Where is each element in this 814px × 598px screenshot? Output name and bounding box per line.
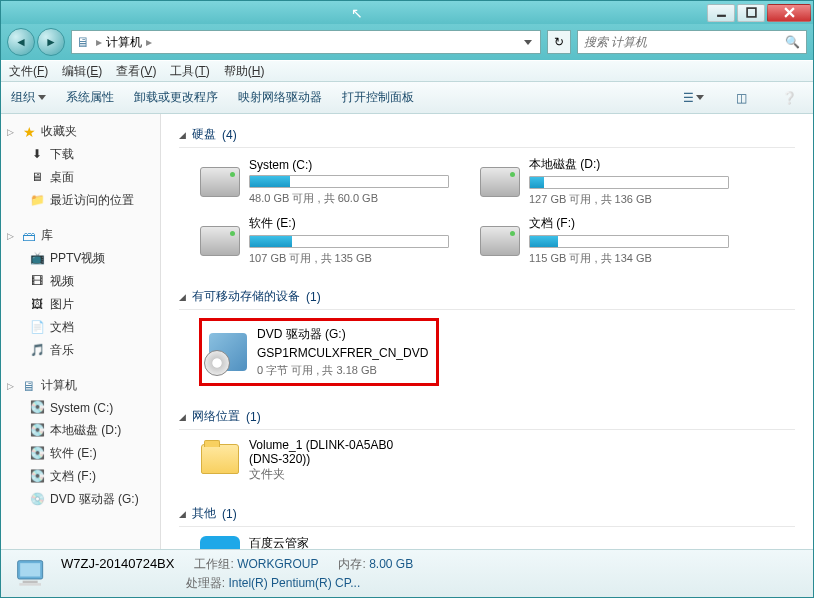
breadcrumb[interactable]: 计算机 bbox=[106, 34, 142, 51]
maximize-button[interactable] bbox=[737, 4, 765, 22]
content-pane: ◢硬盘 (4) System (C:) 48.0 GB 可用 , 共 60.0 … bbox=[161, 114, 813, 549]
drive-status: 115 GB 可用 , 共 134 GB bbox=[529, 251, 729, 266]
sidebar-item-drive-f[interactable]: 💽文档 (F:) bbox=[1, 465, 160, 488]
folder-icon: 📁 bbox=[29, 193, 45, 209]
explorer-window: ↖ ◄ ► 🖥 ▸ 计算机 ▸ ↻ 🔍 文件(F) 编辑(E) 查看(V) 工具… bbox=[0, 0, 814, 598]
net-name2: (DNS-320)) bbox=[249, 452, 393, 466]
sidebar: ▷★收藏夹 ⬇下载 🖥桌面 📁最近访问的位置 ▷🗃库 📺PPTV视频 🎞视频 🖼… bbox=[1, 114, 161, 549]
menu-file[interactable]: 文件(F) bbox=[9, 63, 48, 80]
sidebar-item-label: PPTV视频 bbox=[50, 250, 105, 267]
sidebar-item-drive-d[interactable]: 💽本地磁盘 (D:) bbox=[1, 419, 160, 442]
network-location[interactable]: Volume_1 (DLINK-0A5AB0 (DNS-320)) 文件夹 bbox=[179, 430, 795, 491]
main-area: ▷★收藏夹 ⬇下载 🖥桌面 📁最近访问的位置 ▷🗃库 📺PPTV视频 🎞视频 🖼… bbox=[1, 114, 813, 549]
drive-f[interactable]: 文档 (F:) 115 GB 可用 , 共 134 GB bbox=[479, 215, 729, 266]
organize-button[interactable]: 组织 bbox=[11, 89, 46, 106]
help-button[interactable]: ❔ bbox=[775, 87, 803, 109]
menu-edit[interactable]: 编辑(E) bbox=[62, 63, 102, 80]
sidebar-libraries-head[interactable]: ▷🗃库 bbox=[1, 224, 160, 247]
pc-name: W7ZJ-20140724BX bbox=[61, 556, 174, 573]
back-button[interactable]: ◄ bbox=[7, 28, 35, 56]
document-icon: 📄 bbox=[29, 320, 45, 336]
computer-icon: 🖥 bbox=[76, 34, 92, 50]
sidebar-item-pptv[interactable]: 📺PPTV视频 bbox=[1, 247, 160, 270]
forward-button[interactable]: ► bbox=[37, 28, 65, 56]
sidebar-item-drive-g[interactable]: 💿DVD 驱动器 (G:) bbox=[1, 488, 160, 511]
sidebar-item-label: 文档 (F:) bbox=[50, 468, 96, 485]
drive-g-dvd[interactable]: DVD 驱动器 (G:) GSP1RMCULXFRER_CN_DVD 0 字节 … bbox=[199, 318, 439, 386]
hard-disk-icon bbox=[200, 226, 240, 256]
svg-rect-6 bbox=[23, 580, 38, 583]
cpu-value: Intel(R) Pentium(R) CP... bbox=[228, 576, 360, 590]
section-hdd-head[interactable]: ◢硬盘 (4) bbox=[179, 122, 795, 148]
dvd-drive-icon bbox=[209, 333, 247, 371]
toolbar: 组织 系统属性 卸载或更改程序 映射网络驱动器 打开控制面板 ☰ ◫ ❔ bbox=[1, 82, 813, 114]
drive-d[interactable]: 本地磁盘 (D:) 127 GB 可用 , 共 136 GB bbox=[479, 156, 729, 207]
sidebar-favorites-head[interactable]: ▷★收藏夹 bbox=[1, 120, 160, 143]
drive-status: 48.0 GB 可用 , 共 60.0 GB bbox=[249, 191, 449, 206]
net-type: 文件夹 bbox=[249, 466, 393, 483]
minimize-button[interactable] bbox=[707, 4, 735, 22]
view-options-button[interactable]: ☰ bbox=[679, 87, 707, 109]
sidebar-item-recent[interactable]: 📁最近访问的位置 bbox=[1, 189, 160, 212]
address-bar[interactable]: 🖥 ▸ 计算机 ▸ bbox=[71, 30, 541, 54]
titlebar[interactable]: ↖ bbox=[1, 1, 813, 24]
map-network-button[interactable]: 映射网络驱动器 bbox=[238, 89, 322, 106]
drive-usage-bar bbox=[529, 176, 729, 189]
refresh-button[interactable]: ↻ bbox=[547, 30, 571, 54]
drive-volume-label: GSP1RMCULXFRER_CN_DVD bbox=[257, 346, 431, 360]
menubar: 文件(F) 编辑(E) 查看(V) 工具(T) 帮助(H) bbox=[1, 60, 813, 82]
sidebar-item-label: 软件 (E:) bbox=[50, 445, 97, 462]
sidebar-item-label: 文档 bbox=[50, 319, 74, 336]
sidebar-item-label: System (C:) bbox=[50, 401, 113, 415]
svg-rect-1 bbox=[747, 8, 756, 17]
sidebar-item-label: 视频 bbox=[50, 273, 74, 290]
sidebar-item-label: 下载 bbox=[50, 146, 74, 163]
sidebar-item-videos[interactable]: 🎞视频 bbox=[1, 270, 160, 293]
menu-tools[interactable]: 工具(T) bbox=[170, 63, 209, 80]
sidebar-item-label: 图片 bbox=[50, 296, 74, 313]
address-dropdown-icon[interactable] bbox=[520, 34, 536, 50]
sidebar-item-label: 桌面 bbox=[50, 169, 74, 186]
download-icon: ⬇ bbox=[29, 147, 45, 163]
drive-usage-bar bbox=[249, 235, 449, 248]
uninstall-button[interactable]: 卸载或更改程序 bbox=[134, 89, 218, 106]
sidebar-item-pictures[interactable]: 🖼图片 bbox=[1, 293, 160, 316]
open-control-panel-button[interactable]: 打开控制面板 bbox=[342, 89, 414, 106]
preview-pane-button[interactable]: ◫ bbox=[727, 87, 755, 109]
tv-icon: 📺 bbox=[29, 251, 45, 267]
dvd-icon: 💿 bbox=[29, 492, 45, 508]
sidebar-item-drive-c[interactable]: 💽System (C:) bbox=[1, 397, 160, 419]
music-icon: 🎵 bbox=[29, 343, 45, 359]
svg-rect-5 bbox=[20, 563, 40, 576]
sidebar-computer-head[interactable]: ▷🖥计算机 bbox=[1, 374, 160, 397]
drive-usage-bar bbox=[249, 175, 449, 188]
sidebar-item-music[interactable]: 🎵音乐 bbox=[1, 339, 160, 362]
folder-icon bbox=[201, 444, 239, 474]
section-network-head[interactable]: ◢网络位置 (1) bbox=[179, 404, 795, 430]
sidebar-item-label: 音乐 bbox=[50, 342, 74, 359]
drive-e[interactable]: 软件 (E:) 107 GB 可用 , 共 135 GB bbox=[199, 215, 449, 266]
search-input[interactable] bbox=[584, 35, 779, 49]
workgroup-value: WORKGROUP bbox=[237, 557, 318, 571]
search-box[interactable]: 🔍 bbox=[577, 30, 807, 54]
star-icon: ★ bbox=[21, 124, 37, 140]
sidebar-item-drive-e[interactable]: 💽软件 (E:) bbox=[1, 442, 160, 465]
computer-icon: 🖥 bbox=[21, 378, 37, 394]
drive-c[interactable]: System (C:) 48.0 GB 可用 , 共 60.0 GB bbox=[199, 156, 449, 207]
hard-disk-icon bbox=[200, 167, 240, 197]
hard-disk-icon bbox=[480, 226, 520, 256]
section-removable-head[interactable]: ◢有可移动存储的设备 (1) bbox=[179, 284, 795, 310]
menu-help[interactable]: 帮助(H) bbox=[224, 63, 265, 80]
workgroup-label: 工作组: bbox=[194, 557, 233, 571]
menu-view[interactable]: 查看(V) bbox=[116, 63, 156, 80]
search-icon: 🔍 bbox=[785, 35, 800, 49]
other-baidu[interactable]: ∞ 百度云管家 双击运行百度云管家 bbox=[179, 527, 795, 549]
section-other-head[interactable]: ◢其他 (1) bbox=[179, 501, 795, 527]
close-button[interactable] bbox=[767, 4, 811, 22]
sidebar-item-documents[interactable]: 📄文档 bbox=[1, 316, 160, 339]
sidebar-item-downloads[interactable]: ⬇下载 bbox=[1, 143, 160, 166]
nav-row: ◄ ► 🖥 ▸ 计算机 ▸ ↻ 🔍 bbox=[1, 24, 813, 60]
system-properties-button[interactable]: 系统属性 bbox=[66, 89, 114, 106]
sidebar-item-desktop[interactable]: 🖥桌面 bbox=[1, 166, 160, 189]
computer-large-icon bbox=[11, 554, 51, 594]
